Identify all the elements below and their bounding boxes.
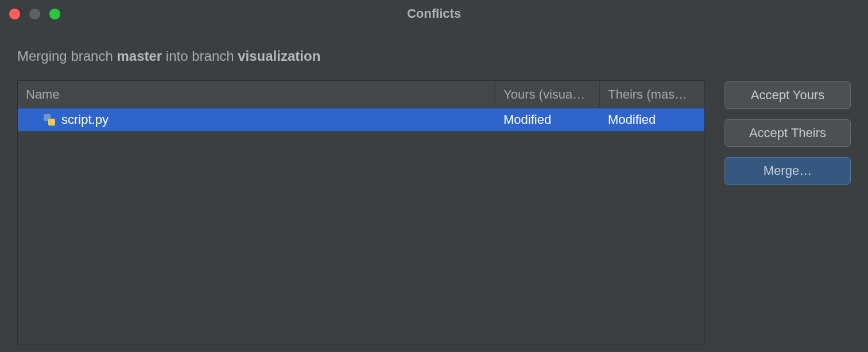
- accept-theirs-button[interactable]: Accept Theirs: [724, 119, 851, 147]
- content: Merging branch master into branch visual…: [0, 28, 868, 345]
- minimize-icon[interactable]: [29, 9, 40, 19]
- heading-text: into branch: [162, 48, 238, 64]
- zoom-icon[interactable]: [49, 9, 60, 19]
- th-theirs[interactable]: Theirs (mas…: [600, 81, 704, 108]
- table-header: Name Yours (visua… Theirs (mas…: [18, 81, 704, 108]
- cell-name: script.py: [18, 112, 495, 127]
- window-title: Conflicts: [0, 6, 868, 21]
- table-row[interactable]: script.py Modified Modified: [18, 108, 704, 131]
- th-name[interactable]: Name: [18, 81, 495, 108]
- svg-rect-1: [48, 119, 55, 126]
- buttons-column: Accept Yours Accept Theirs Merge…: [724, 80, 851, 345]
- accept-yours-button[interactable]: Accept Yours: [724, 81, 851, 109]
- merge-heading: Merging branch master into branch visual…: [17, 48, 851, 64]
- python-file-icon: [43, 114, 56, 126]
- filename: script.py: [61, 112, 108, 127]
- cell-yours: Modified: [495, 112, 600, 127]
- window-controls: [9, 9, 60, 19]
- cell-theirs: Modified: [600, 112, 704, 127]
- close-icon[interactable]: [9, 9, 20, 19]
- th-yours[interactable]: Yours (visua…: [495, 81, 600, 108]
- body-row: Name Yours (visua… Theirs (mas… script.p…: [17, 80, 851, 345]
- heading-branch-into: visualization: [238, 48, 320, 64]
- heading-text: Merging branch: [17, 48, 117, 64]
- titlebar: Conflicts: [0, 0, 868, 28]
- conflicts-table: Name Yours (visua… Theirs (mas… script.p…: [17, 80, 705, 345]
- heading-branch-from: master: [117, 48, 162, 64]
- merge-button[interactable]: Merge…: [724, 157, 851, 185]
